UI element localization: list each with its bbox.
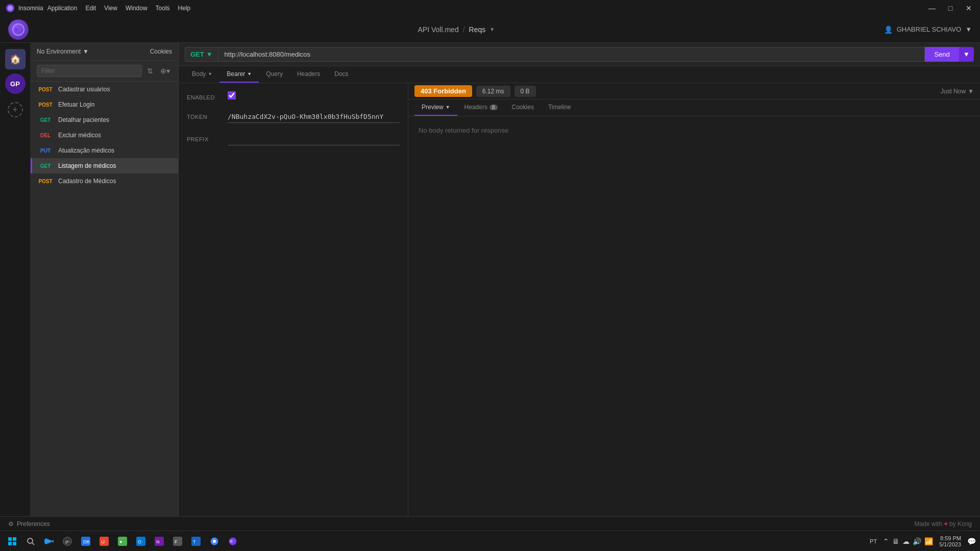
- res-tab-cookies[interactable]: Cookies: [505, 99, 541, 116]
- url-input[interactable]: [218, 47, 925, 62]
- svg-text:T: T: [193, 539, 196, 544]
- response-size: 0 B: [514, 86, 536, 97]
- res-tab-preview[interactable]: Preview ▼: [414, 99, 457, 116]
- tab-query[interactable]: Query: [259, 66, 290, 83]
- made-with-text: Made with: [914, 520, 942, 528]
- request-item-detalhar[interactable]: GET Detalhar pacientes: [31, 112, 178, 128]
- taskbar-app8[interactable]: F: [169, 533, 186, 549]
- method-badge: GET: [37, 117, 54, 123]
- enabled-label: ENABLED: [187, 91, 228, 101]
- insomnia-taskbar-icon[interactable]: [225, 533, 241, 549]
- taskbar-app4[interactable]: IJ: [96, 533, 112, 549]
- tab-body[interactable]: Body ▼: [185, 66, 219, 83]
- svg-point-2: [14, 28, 18, 32]
- response-status-bar: 403 Forbidden 6.12 ms 0 B Just Now ▼: [408, 83, 980, 99]
- user-dropdown-icon[interactable]: ▼: [965, 26, 972, 33]
- enabled-checkbox[interactable]: [228, 91, 236, 99]
- svg-text:gh: gh: [65, 539, 69, 544]
- request-item-atualizacao[interactable]: PUT Atualização médicos: [31, 143, 178, 158]
- taskbar-right: PT ⌃ 🖥 ☁ 🔊 📶 8:59 PM 5/1/2023 💬: [870, 535, 976, 547]
- menu-view[interactable]: View: [104, 5, 117, 12]
- token-row: TOKEN: [187, 111, 400, 123]
- maximize-button[interactable]: □: [945, 4, 955, 12]
- taskbar-app7[interactable]: N: [151, 533, 167, 549]
- by-kong-text: by Kong: [949, 520, 972, 528]
- tab-bearer[interactable]: Bearer ▼: [219, 66, 259, 83]
- prefix-value: [228, 133, 400, 145]
- tab-headers[interactable]: Headers: [290, 66, 327, 83]
- method-selector[interactable]: GET ▼: [185, 47, 218, 62]
- menu-tools[interactable]: Tools: [156, 5, 170, 12]
- menu-edit[interactable]: Edit: [85, 5, 96, 12]
- sort-button[interactable]: ⇅: [145, 66, 155, 76]
- profile-nav-button[interactable]: GP: [5, 73, 26, 94]
- method-dropdown-icon: ▼: [206, 51, 213, 58]
- add-request-button[interactable]: ⊕▾: [158, 66, 172, 76]
- request-item-efetuar[interactable]: POST Efetuar Login: [31, 97, 178, 112]
- svg-text:●: ●: [119, 539, 122, 544]
- volume-icon[interactable]: 🔊: [913, 537, 921, 545]
- cloud-icon[interactable]: ☁: [902, 537, 910, 545]
- search-button[interactable]: [22, 533, 39, 549]
- home-nav-button[interactable]: 🏠: [5, 49, 26, 69]
- timestamp-dropdown-icon[interactable]: ▼: [968, 88, 974, 95]
- heart-icon: ♥: [944, 520, 949, 528]
- clock-time: 8:59 PM: [939, 535, 961, 541]
- filter-input[interactable]: [37, 65, 142, 77]
- minimize-button[interactable]: —: [927, 4, 937, 12]
- request-name: Cadastro de Médicos: [58, 178, 116, 185]
- request-item-excluir[interactable]: DEL Excluir médicos: [31, 128, 178, 143]
- chevron-icon[interactable]: ⌃: [883, 537, 889, 545]
- prefix-input[interactable]: [228, 133, 400, 145]
- send-dropdown-button[interactable]: ▼: [959, 47, 974, 62]
- taskbar-app5[interactable]: ●: [114, 533, 131, 549]
- collection-dropdown-icon[interactable]: ▼: [489, 27, 495, 32]
- res-tab-timeline[interactable]: Timeline: [541, 99, 578, 116]
- svg-text:IJ: IJ: [101, 539, 105, 544]
- app-logo[interactable]: [8, 19, 29, 40]
- notification-icon[interactable]: 💬: [967, 537, 976, 545]
- menu-application[interactable]: Application: [47, 5, 78, 12]
- cookies-button[interactable]: Cookies: [150, 48, 172, 55]
- response-tabs: Preview ▼ Headers 8 Cookies Timeline: [408, 99, 980, 116]
- status-badge: 403 Forbidden: [414, 85, 472, 97]
- request-item-cadastrar[interactable]: POST Cadastrar usuários: [31, 82, 178, 97]
- close-button[interactable]: ✕: [964, 4, 974, 12]
- svg-text:N: N: [156, 539, 160, 544]
- menu-help[interactable]: Help: [178, 5, 191, 12]
- menu-window[interactable]: Window: [126, 5, 148, 12]
- tab-docs[interactable]: Docs: [327, 66, 355, 83]
- tray-icon1[interactable]: 🖥: [892, 537, 899, 545]
- taskbar-app9[interactable]: T: [188, 533, 204, 549]
- svg-point-26: [213, 540, 216, 543]
- method-badge: DEL: [37, 133, 54, 138]
- bearer-dropdown-icon: ▼: [247, 71, 252, 77]
- start-button[interactable]: [4, 533, 20, 549]
- github-icon[interactable]: gh: [59, 533, 76, 549]
- response-body: No body returned for response: [408, 116, 980, 516]
- taskbar: gh DB IJ ● O N F T: [0, 531, 980, 551]
- env-dropdown-icon: ▼: [83, 48, 89, 55]
- clock-date: 5/1/2023: [939, 541, 961, 547]
- res-tab-headers[interactable]: Headers 8: [457, 99, 505, 116]
- request-sidebar: No Environment ▼ Cookies ⇅ ⊕▾ POST Cadas…: [31, 43, 179, 516]
- chrome-icon[interactable]: [206, 533, 223, 549]
- add-workspace-button[interactable]: +: [8, 102, 23, 117]
- taskbar-app3[interactable]: DB: [78, 533, 94, 549]
- taskbar-app6[interactable]: O: [133, 533, 149, 549]
- request-name: Excluir médicos: [58, 132, 101, 139]
- request-item-cadastro-medicos[interactable]: POST Cadastro de Médicos: [31, 173, 178, 189]
- bearer-config-panel: ENABLED TOKEN PREFIX: [179, 83, 408, 516]
- response-timestamp: Just Now ▼: [941, 88, 974, 95]
- vscode-icon[interactable]: [41, 533, 57, 549]
- token-input[interactable]: [228, 111, 400, 123]
- svg-text:DB: DB: [83, 539, 90, 544]
- collection-name: Reqs: [469, 26, 486, 34]
- send-button[interactable]: Send: [925, 47, 959, 62]
- breadcrumb-separator: /: [463, 26, 465, 34]
- wifi-icon[interactable]: 📶: [924, 537, 933, 545]
- environment-selector[interactable]: No Environment ▼: [37, 48, 89, 55]
- preferences-button[interactable]: ⚙ Preferences: [8, 520, 50, 528]
- svg-line-8: [32, 543, 34, 545]
- request-item-listagem[interactable]: GET Listagem de médicos: [31, 158, 178, 173]
